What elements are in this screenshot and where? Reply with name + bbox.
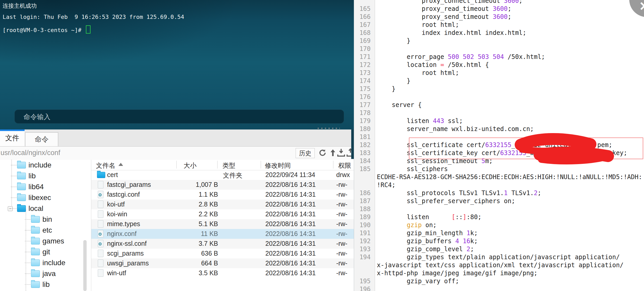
splitter-handle[interactable] — [318, 128, 340, 129]
tree-item-bin[interactable]: bin — [0, 214, 91, 225]
code-line-178[interactable]: 178 — [354, 109, 644, 117]
code-line-172[interactable]: 172 location = /50x.html { — [354, 61, 644, 69]
tree-item-java[interactable]: java — [0, 268, 91, 279]
code-line-179[interactable]: 179 listen 443 ssl; — [354, 117, 644, 125]
line-number: 180 — [354, 125, 371, 133]
code-line-174[interactable]: 174 } — [354, 77, 644, 85]
sort-asc-icon[interactable] — [118, 163, 123, 166]
code-line-wrap[interactable]: x-javascript text/css application/xml te… — [354, 261, 644, 269]
tab-files[interactable]: 文件 — [0, 129, 25, 146]
code-line-176[interactable]: 176 — [354, 93, 644, 101]
code-text: ssl_protocols TLSv1 TLSv1.1 TLSv1.2; — [377, 189, 541, 197]
code-line-180[interactable]: 180 server_name wxl.biz-united.com.cn; — [354, 125, 644, 133]
terminal-line: Last login: Thu Feb 9 16:26:53 2023 from… — [3, 14, 184, 20]
file-modified: 2022/08/16 14:31 — [265, 220, 316, 228]
upload-icon[interactable] — [346, 148, 352, 157]
folder-icon — [17, 173, 26, 179]
code-line-192[interactable]: 192 gzip_buffers 4 16k; — [354, 237, 644, 245]
tree-item-include[interactable]: include — [0, 257, 91, 268]
code-text: server { — [377, 101, 422, 109]
code-line-wrap[interactable]: x-httpd-php image/jpeg image/gif image/p… — [354, 269, 644, 277]
line-number: 171 — [354, 53, 371, 61]
code-line-173[interactable]: 173 root html; — [354, 69, 644, 77]
tree-item-lib[interactable]: lib — [0, 279, 91, 290]
tree-item-lib[interactable]: lib — [0, 171, 91, 181]
current-path[interactable]: usr/local/nginx/conf — [1, 149, 60, 157]
tree-scrollbar[interactable] — [83, 240, 87, 291]
download-icon[interactable] — [337, 148, 346, 157]
file-row-scgi_params[interactable]: scgi_params636 B2022/08/16 14:31-rw- — [91, 249, 354, 258]
code-line-wrap[interactable]: proxy_connect_timeout 3600; — [354, 0, 644, 5]
tree-item-git[interactable]: git — [0, 247, 91, 257]
code-line-191[interactable]: 191 gzip_min_length 1k; — [354, 229, 644, 237]
annotation-rectangle — [409, 137, 643, 159]
tree-item-lib64[interactable]: lib64 — [0, 181, 91, 192]
col-modified[interactable]: 修改时间 — [265, 161, 291, 170]
line-number: 196 — [354, 285, 371, 291]
line-number: 195 — [354, 277, 371, 285]
file-row-nginx-ssl.conf[interactable]: nginx-ssl.conf3.7 KB2022/08/16 14:31-rw- — [91, 239, 354, 249]
tree-item-include[interactable]: include — [0, 160, 91, 171]
terminal-window[interactable]: 连接主机成功 Last login: Thu Feb 9 16:26:53 20… — [0, 0, 354, 129]
file-row-uwsgi_params[interactable]: uwsgi_params664 B2022/08/16 14:31-rw- — [91, 258, 354, 268]
close-icon: ✕ — [639, 0, 644, 13]
tree-item-etc[interactable]: etc — [0, 225, 91, 236]
code-text: location = /50x.html { — [377, 61, 489, 69]
command-input[interactable]: 命令输入 — [14, 110, 344, 124]
tree-item-games[interactable]: games — [0, 236, 91, 247]
code-line-189[interactable]: 189 listen [::]:80; — [354, 213, 644, 221]
code-line-175[interactable]: 175 } — [354, 85, 644, 93]
tree-item-libexec[interactable]: libexec — [0, 192, 91, 203]
tab-commands[interactable]: 命令 — [25, 132, 58, 146]
code-text: !RC4; — [377, 181, 395, 189]
file-row-win-utf[interactable]: win-utf3.5 KB2022/08/16 14:31-rw- — [91, 268, 354, 278]
code-line-194[interactable]: 194 gzip_types text/plain application/ja… — [354, 253, 644, 261]
up-arrow-icon[interactable] — [328, 148, 337, 157]
code-line-185[interactable]: 185 ssl_ciphers — [354, 165, 644, 173]
code-line-167[interactable]: 167 root html; — [354, 21, 644, 29]
code-line-171[interactable]: 171 error_page 500 502 503 504 /50x.html… — [354, 53, 644, 61]
folder-icon — [17, 205, 26, 212]
code-line-195[interactable]: 195 gzip_vary off; — [354, 277, 644, 285]
code-text: index index.html index.html; — [377, 29, 526, 37]
col-size[interactable]: 大小 — [184, 161, 197, 170]
file-row-fastcgi_params[interactable]: fastcgi_params1,007 B2022/08/16 14:31-rw… — [91, 180, 354, 190]
code-line-wrap[interactable]: ECDHE-RSA-AES128-GCM-SHA256:ECDHE:ECDH:A… — [354, 173, 644, 181]
code-line-168[interactable]: 168 index index.html index.html; — [354, 29, 644, 37]
code-line-165[interactable]: 165 proxy_read_timeout 3600; — [354, 5, 644, 13]
line-number: 177 — [354, 101, 371, 109]
file-name: nginx.conf — [107, 230, 137, 238]
file-row-nginx.conf[interactable]: nginx.conf11 KB2022/08/16 14:31-rw- — [91, 229, 354, 239]
code-line-wrap[interactable]: !RC4; — [354, 181, 644, 189]
code-line-190[interactable]: 190 gzip on; — [354, 221, 644, 229]
file-row-mime.types[interactable]: mime.types5.1 KB2022/08/16 14:31-rw- — [91, 219, 354, 229]
file-row-koi-win[interactable]: koi-win2.2 KB2022/08/16 14:31-rw- — [91, 209, 354, 219]
code-line-166[interactable]: 166 proxy_send_timeout 3600; — [354, 13, 644, 21]
file-row-koi-utf[interactable]: koi-utf2.8 KB2022/08/16 14:31-rw- — [91, 200, 354, 209]
file-modified: 2022/08/16 14:31 — [265, 230, 316, 238]
col-permissions[interactable]: 权限 — [338, 161, 351, 170]
refresh-icon[interactable] — [318, 148, 327, 157]
code-line-196[interactable]: 196 — [354, 285, 644, 291]
tree-item-lib64[interactable]: lib64 — [0, 290, 91, 291]
code-line-177[interactable]: 177 server { — [354, 101, 644, 109]
col-type[interactable]: 类型 — [222, 161, 235, 170]
tree-item-local[interactable]: −local — [0, 203, 91, 214]
code-line-187[interactable]: 187 ssl_prefer_server_ciphers on; — [354, 197, 644, 205]
code-line-169[interactable]: 169 } — [354, 37, 644, 45]
line-number: 166 — [354, 13, 371, 21]
file-list-header: 文件名 大小 类型 修改时间 权限 — [91, 160, 354, 170]
file-row-fastcgi.conf[interactable]: fastcgi.conf1.1 KB2022/08/16 14:31-rw- — [91, 190, 354, 200]
code-text: ECDHE-RSA-AES128-GCM-SHA256:ECDHE:ECDH:A… — [377, 173, 642, 181]
file-row-cert[interactable]: cert文件夹2022/09/24 11:34drwx — [91, 170, 354, 180]
folder-icon — [31, 238, 40, 244]
code-text: proxy_send_timeout 3600; — [377, 13, 511, 21]
history-button[interactable]: 历史 — [296, 148, 315, 158]
code-line-188[interactable]: 188 — [354, 205, 644, 213]
code-line-170[interactable]: 170 — [354, 45, 644, 53]
col-filename[interactable]: 文件名 — [96, 161, 115, 170]
code-line-186[interactable]: 186 ssl_protocols TLSv1 TLSv1.1 TLSv1.2; — [354, 189, 644, 197]
nginx-conf-editor[interactable]: proxy_connect_timeout 3600;165 proxy_rea… — [354, 0, 644, 291]
line-number: 187 — [354, 197, 371, 205]
code-line-193[interactable]: 193 gzip_comp_level 2; — [354, 245, 644, 253]
